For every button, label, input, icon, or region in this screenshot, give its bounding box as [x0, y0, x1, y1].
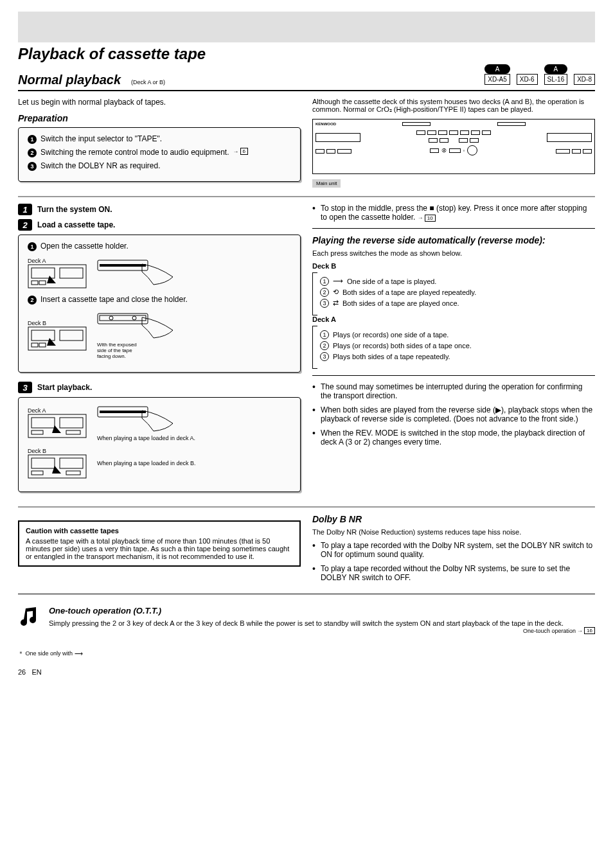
svg-point-16: [109, 316, 113, 320]
svg-rect-21: [31, 430, 43, 434]
s3-label-a: When playing a tape loaded in deck A.: [97, 435, 195, 441]
svg-rect-28: [60, 458, 83, 468]
step-2-text: Load a cassette tape.: [37, 219, 115, 229]
page-ref-10: → 10: [418, 215, 436, 222]
note-1: The sound may sometimes be interrupted d…: [321, 382, 595, 400]
cycle-a-1: Plays (or records) one side of a tape.: [333, 331, 449, 339]
device-diagram: KENWOOD: [312, 119, 595, 174]
svg-rect-14: [98, 314, 148, 324]
svg-point-17: [132, 316, 136, 320]
model-badge-3: SL-16: [544, 74, 568, 85]
step-2-num: 2: [18, 219, 32, 231]
page-number: 26: [18, 668, 26, 676]
preparation-label: Preparation: [18, 113, 301, 123]
svg-rect-12: [39, 343, 46, 347]
s2-num-2: 2: [28, 296, 37, 305]
main-unit-badge: Main unit: [312, 179, 341, 188]
caution-text: A cassette tape with a total playback ti…: [26, 537, 293, 560]
reverse-deck-a-header: Deck A: [312, 315, 595, 323]
prep-num-2: 2: [28, 148, 37, 157]
model-badge-a1: A: [484, 64, 510, 74]
preparation-box: 1 Switch the input selector to "TAPE". 2…: [18, 127, 301, 182]
s2-num-1: 1: [28, 242, 37, 251]
s3-label-b: When playing a tape loaded in deck B.: [97, 460, 196, 466]
note-2: When both sides are played from the reve…: [321, 405, 595, 423]
page-ref-6: → 6: [233, 148, 248, 155]
model-badge-1: XD-A5: [484, 74, 510, 85]
reverse-intro: Each press switches the mode as shown be…: [312, 249, 595, 257]
svg-rect-4: [39, 281, 46, 285]
cycle-a-3-num: 3: [320, 352, 329, 361]
slot-label: With the exposed side of the tape facing…: [97, 342, 174, 359]
dolby-note-1: To play a tape recorded with the Dolby N…: [321, 541, 595, 559]
step-3-num: 3: [18, 382, 32, 393]
reverse-b-icon-1: ⟶: [333, 277, 343, 285]
music-note-icon: [18, 606, 40, 628]
deck-a-play-drawing: [28, 414, 87, 438]
step-3-box: Deck A: [18, 397, 301, 492]
play-insert-drawing-a: [97, 404, 174, 435]
caution-title: Caution with cassette tapes: [26, 527, 293, 535]
chapter-title: Playback of cassette tape: [18, 45, 206, 63]
reverse-heading: Playing the reverse side automatically (…: [312, 235, 595, 245]
section-title: Normal playback: [18, 73, 121, 87]
step-1-num: 1: [18, 204, 32, 215]
bullet-icon: •: [312, 204, 315, 222]
deck-b-label-2: Deck B: [28, 448, 87, 454]
model-badge-4: XD-8: [574, 74, 595, 85]
right-bullet-1: To stop in the middle, press the ■ (stop…: [321, 204, 587, 222]
intro-left: Let us begin with normal playback of tap…: [18, 98, 301, 107]
step-1-text: Turn the system ON.: [37, 204, 112, 214]
prep-text-2: Switching the remote control mode to aud…: [40, 148, 229, 157]
cassette-insert-drawing-2: [97, 311, 174, 342]
cycle-a-3: Plays both sides of a tape repeatedly.: [333, 353, 450, 360]
cycle-a-2: Plays (or records) both sides of a tape …: [333, 342, 472, 350]
section-note: (Deck A or B): [131, 79, 165, 85]
svg-rect-11: [31, 343, 38, 347]
svg-rect-2: [60, 268, 83, 278]
svg-rect-19: [31, 418, 55, 428]
svg-rect-30: [66, 471, 80, 475]
bullet-icon: •: [312, 429, 315, 447]
bullet-icon: •: [312, 564, 315, 582]
model-badge-2: XD-6: [517, 74, 538, 85]
footer-icon: ⟶: [75, 650, 83, 657]
cycle-b-2-num: 2: [320, 288, 329, 297]
svg-rect-9: [31, 330, 55, 341]
bullet-icon: •: [312, 541, 315, 559]
tip-text: Simply pressing the 2 or 3 key of deck A…: [49, 619, 564, 627]
note-3: When the REV. MODE is switched in the st…: [321, 429, 595, 447]
cycle-b-3: Both sides of a tape are played once.: [342, 299, 459, 307]
svg-rect-7: [100, 264, 146, 267]
reverse-b-icon-3: ⇄: [333, 299, 339, 307]
footer-note: ＊ One side only with: [18, 650, 73, 657]
prep-text-3: Switch the DOLBY NR as required.: [40, 161, 161, 170]
deck-a-label-1: Deck A: [28, 258, 87, 264]
svg-rect-22: [66, 430, 80, 434]
bullet-icon: •: [312, 382, 315, 400]
s2-text-1: Open the cassette holder.: [40, 242, 129, 251]
en-label: EN: [31, 668, 41, 676]
svg-rect-1: [31, 268, 55, 278]
model-badges: A XD-A5 XD-6 A SL-16 XD-8: [484, 64, 595, 87]
deck-b-play-drawing: [28, 454, 87, 479]
bullet-icon: •: [312, 405, 315, 423]
deck-a-open-drawing: [28, 264, 87, 288]
caution-box: Caution with cassette tapes A cassette t…: [18, 520, 301, 567]
prep-num-3: 3: [28, 162, 37, 171]
s2-text-2: Insert a cassette tape and close the hol…: [40, 295, 188, 304]
deck-a-label-2: Deck A: [28, 407, 87, 414]
cycle-b-1-num: 1: [320, 277, 329, 286]
prep-text-1: Switch the input selector to "TAPE".: [40, 134, 162, 143]
dolby-note-2: To play a tape recorded without the Dolb…: [321, 564, 595, 582]
deck-b-label-1: Deck B: [28, 320, 87, 326]
svg-rect-25: [100, 411, 146, 413]
cycle-a-2-num: 2: [320, 341, 329, 350]
svg-rect-3: [31, 281, 38, 285]
step-2-box: 1 Open the cassette holder. Deck A: [18, 235, 301, 373]
svg-rect-20: [60, 418, 83, 428]
prep-num-1: 1: [28, 135, 37, 144]
page-ref-16: One-touch operation → 16: [523, 627, 595, 634]
cycle-b-3-num: 3: [320, 299, 329, 308]
cycle-b-2: Both sides of a tape are played repeated…: [342, 288, 476, 296]
